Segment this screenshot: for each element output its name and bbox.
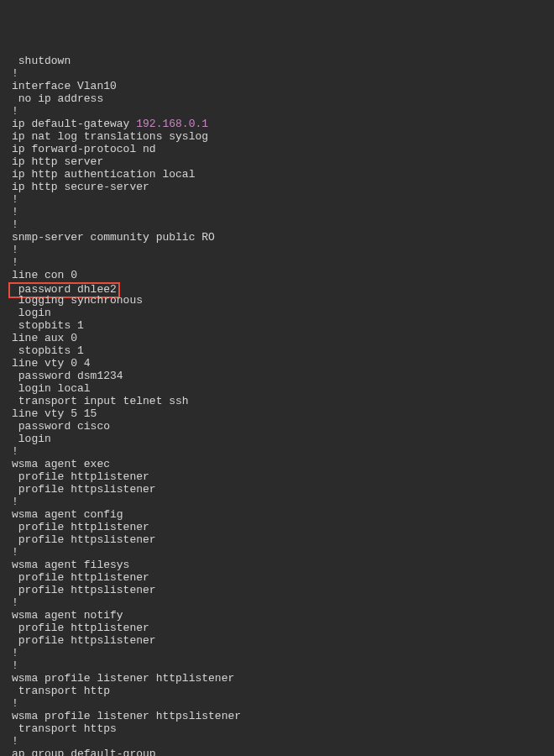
terminal-line: profile httplistener xyxy=(12,572,554,585)
terminal-line: no ip address xyxy=(12,93,554,106)
terminal-line: ! xyxy=(12,207,554,219)
terminal-line: ip http server xyxy=(12,156,554,169)
terminal-line: interface Vlan10 xyxy=(12,81,554,93)
terminal-line: password dhlee2 xyxy=(12,282,554,295)
terminal-line: login local xyxy=(12,383,554,396)
terminal-line: ! xyxy=(12,257,554,270)
terminal-line: ! xyxy=(12,106,554,118)
terminal-line: line vty 0 4 xyxy=(12,358,554,370)
terminal-line: profile httpslistener xyxy=(12,534,554,547)
terminal-line: ! xyxy=(12,496,554,509)
terminal-line: stopbits 1 xyxy=(12,345,554,358)
terminal-line: ip http authentication local xyxy=(12,169,554,181)
terminal-line: line con 0 xyxy=(12,270,554,282)
terminal-line: wsma agent config xyxy=(12,509,554,522)
terminal-line: ip default-gateway 192.168.0.1 xyxy=(12,118,554,131)
terminal-line: login xyxy=(12,307,554,320)
terminal-line: ip forward-protocol nd xyxy=(12,144,554,156)
terminal-line: ! xyxy=(12,597,554,610)
terminal-line: ! xyxy=(12,68,554,81)
terminal-line: stopbits 1 xyxy=(12,320,554,333)
terminal-line: wsma agent notify xyxy=(12,610,554,622)
terminal-line: profile httplistener xyxy=(12,622,554,635)
terminal-line: logging synchronous xyxy=(12,295,554,307)
terminal-line: wsma agent exec xyxy=(12,459,554,471)
terminal-line: login xyxy=(12,433,554,446)
terminal-line: profile httpslistener xyxy=(12,484,554,496)
terminal-line: profile httpslistener xyxy=(12,635,554,648)
terminal-output[interactable]: shutdown!interface Vlan10 no ip address!… xyxy=(0,55,554,756)
terminal-line: ! xyxy=(12,244,554,257)
terminal-line: profile httplistener xyxy=(12,522,554,534)
terminal-line: transport http xyxy=(12,685,554,698)
terminal-line: ip nat log translations syslog xyxy=(12,131,554,144)
terminal-line: ! xyxy=(12,547,554,559)
terminal-line: wsma profile listener httpslistener xyxy=(12,711,554,723)
terminal-line: line vty 5 15 xyxy=(12,408,554,421)
terminal-line: password dsm1234 xyxy=(12,370,554,383)
terminal-line: wsma profile listener httplistener xyxy=(12,673,554,685)
terminal-line: ! xyxy=(12,698,554,711)
terminal-line: line aux 0 xyxy=(12,333,554,345)
terminal-line: profile httplistener xyxy=(12,471,554,484)
terminal-line: ! xyxy=(12,736,554,748)
terminal-line: wsma agent filesys xyxy=(12,559,554,572)
ip-address-value: 192.168.0.1 xyxy=(136,118,208,130)
terminal-line: snmp-server community public RO xyxy=(12,232,554,244)
terminal-line: shutdown xyxy=(12,55,554,68)
terminal-line: transport https xyxy=(12,723,554,736)
terminal-line: ! xyxy=(12,219,554,232)
terminal-line: transport input telnet ssh xyxy=(12,396,554,408)
terminal-line: profile httpslistener xyxy=(12,585,554,597)
terminal-line: ! xyxy=(12,446,554,459)
terminal-line: ! xyxy=(12,660,554,673)
terminal-line: ! xyxy=(12,194,554,207)
terminal-line: ! xyxy=(12,648,554,660)
terminal-line: ip http secure-server xyxy=(12,181,554,194)
terminal-line: password cisco xyxy=(12,421,554,433)
terminal-line: ap group default-group xyxy=(12,748,554,756)
